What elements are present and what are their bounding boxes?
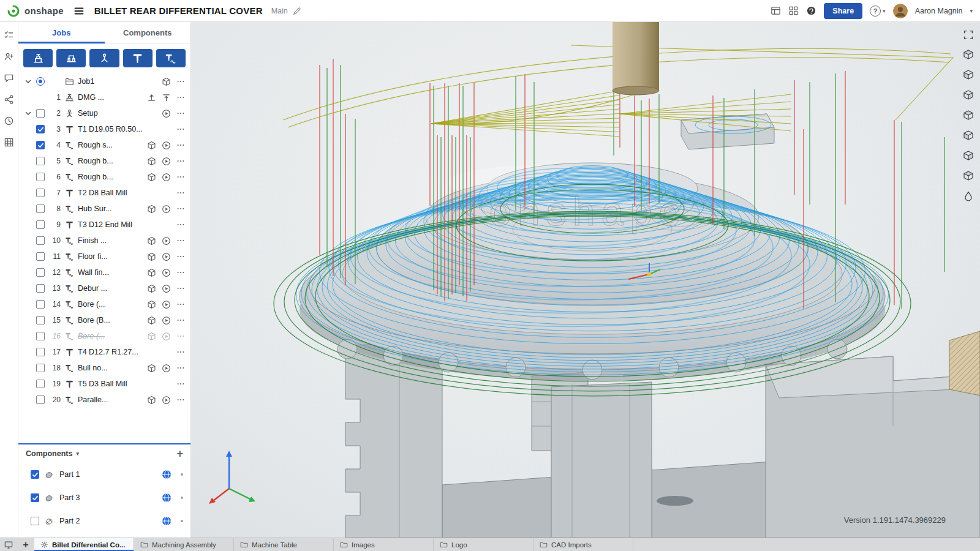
row-checkbox[interactable] — [36, 236, 45, 246]
doc-tab-billet-differential-co[interactable]: Billet Differential Co... — [34, 538, 134, 551]
components-header[interactable]: Components ▾ + — [18, 444, 190, 463]
in-context-globe-icon[interactable] — [162, 493, 172, 503]
post-process-button[interactable] — [146, 92, 156, 102]
feature-list-icon[interactable] — [2, 28, 16, 42]
row-checkbox[interactable] — [36, 363, 45, 373]
row-checkbox[interactable] — [36, 108, 45, 118]
tree-row-12[interactable]: 12Wall fin... — [18, 264, 190, 280]
more-options-button[interactable] — [176, 315, 186, 325]
row-checkbox[interactable] — [36, 283, 45, 293]
tree-row-18[interactable]: 18Bull no... — [18, 360, 190, 376]
play-button[interactable] — [161, 236, 171, 246]
more-options-button[interactable] — [176, 140, 186, 150]
history-icon[interactable] — [2, 114, 16, 127]
collaboration-panel-icon[interactable] — [771, 6, 781, 16]
expand-chevron-icon[interactable] — [23, 108, 33, 118]
row-checkbox[interactable] — [36, 331, 45, 341]
new-tab-button[interactable]: + — [17, 538, 34, 551]
more-options-button[interactable] — [176, 220, 186, 230]
doc-tab-machining-assembly[interactable]: Machining Assembly — [134, 538, 234, 551]
share-links-icon[interactable] — [2, 92, 16, 106]
insert-stock-button[interactable] — [56, 49, 86, 67]
row-checkbox[interactable] — [36, 156, 45, 166]
main-menu-button[interactable] — [74, 6, 85, 17]
part-row-part-1[interactable]: Part 1 — [18, 463, 190, 486]
play-button[interactable] — [161, 315, 171, 325]
more-options-button[interactable] — [176, 331, 186, 341]
tree-row-20[interactable]: 20Paralle... — [18, 392, 190, 408]
more-options-button[interactable] — [176, 347, 186, 357]
more-options-button[interactable] — [176, 236, 186, 246]
part-row-part-2[interactable]: Part 2 — [18, 509, 190, 533]
insert-tool-button[interactable] — [123, 49, 153, 67]
play-button[interactable] — [161, 395, 171, 405]
share-button[interactable]: Share — [824, 3, 862, 19]
tree-row-17[interactable]: 17T4 D12.7 R1.27... — [18, 344, 190, 360]
appearance-droplet-button[interactable] — [959, 187, 978, 206]
tables-icon[interactable] — [2, 135, 16, 149]
help-menu-button[interactable]: ? ▾ — [870, 6, 886, 17]
more-options-button[interactable] — [176, 172, 186, 182]
tree-row-job1[interactable]: Job1 — [18, 73, 190, 89]
part-checkbox[interactable] — [31, 517, 39, 525]
tree-row-15[interactable]: 15Bore (B... — [18, 312, 190, 328]
row-checkbox[interactable] — [36, 379, 45, 389]
tree-row-16[interactable]: 16Bore (... — [18, 328, 190, 344]
tree-row-5[interactable]: 5Rough b... — [18, 153, 190, 169]
workspace-label[interactable]: Main — [271, 7, 288, 15]
render-settings-icon[interactable] — [0, 538, 17, 551]
row-checkbox[interactable] — [36, 268, 45, 277]
expand-chevron-icon[interactable] — [23, 77, 33, 86]
follow-mode-icon[interactable] — [2, 50, 16, 63]
tree-row-2[interactable]: 2Setup — [18, 105, 190, 121]
more-options-button[interactable] — [176, 156, 186, 166]
row-checkbox[interactable] — [36, 220, 45, 230]
tree-row-11[interactable]: 11Floor fi... — [18, 249, 190, 264]
insert-probe-button[interactable] — [89, 49, 119, 67]
more-options-button[interactable] — [176, 188, 186, 198]
view-cube-button-6[interactable] — [959, 147, 978, 165]
play-button[interactable] — [161, 331, 171, 341]
more-options-button[interactable] — [176, 379, 186, 389]
play-button[interactable] — [161, 283, 171, 293]
view-cube-button-3[interactable] — [959, 86, 978, 105]
row-checkbox[interactable] — [36, 124, 45, 134]
play-button[interactable] — [161, 156, 171, 166]
export-button[interactable] — [161, 92, 171, 102]
play-button[interactable] — [161, 204, 171, 214]
more-options-button[interactable] — [176, 299, 186, 309]
view-cube-button-5[interactable] — [959, 127, 978, 145]
row-checkbox[interactable] — [36, 204, 45, 214]
view-cube-button-4[interactable] — [959, 107, 978, 125]
row-checkbox[interactable] — [36, 315, 45, 325]
play-button[interactable] — [161, 172, 171, 182]
doc-tab-logo[interactable]: Logo — [434, 538, 533, 551]
tree-row-14[interactable]: 14Bore (... — [18, 296, 190, 312]
in-context-globe-icon[interactable] — [162, 470, 172, 479]
tree-row-6[interactable]: 6Rough b... — [18, 169, 190, 185]
view-cube-button-1[interactable] — [959, 46, 978, 64]
viewport-3d-scene[interactable]: onshape — [191, 22, 980, 538]
user-menu-caret-icon[interactable]: ▾ — [970, 8, 973, 14]
active-job-radio[interactable] — [36, 77, 45, 86]
tree-row-1[interactable]: 1DMG ... — [18, 89, 190, 105]
tree-row-3[interactable]: 3T1 D19.05 R0.50... — [18, 121, 190, 137]
in-context-globe-icon[interactable] — [162, 516, 172, 526]
tree-row-19[interactable]: 19T5 D3 Ball Mill — [18, 376, 190, 392]
insert-machine-button[interactable] — [23, 49, 53, 67]
tab-jobs[interactable]: Jobs — [18, 22, 105, 43]
play-button[interactable] — [161, 363, 171, 373]
part-row-part-3[interactable]: Part 3 — [18, 486, 190, 509]
part-checkbox[interactable] — [31, 470, 39, 479]
user-avatar[interactable] — [893, 4, 908, 18]
more-options-button[interactable] — [176, 395, 186, 405]
graphics-viewport[interactable]: onshape — [191, 22, 980, 538]
more-options-button[interactable] — [176, 283, 186, 293]
tab-components[interactable]: Components — [105, 22, 191, 43]
onshape-logo-icon[interactable] — [7, 5, 20, 17]
more-options-button[interactable] — [176, 124, 186, 134]
tree-row-10[interactable]: 10Finish ... — [18, 233, 190, 249]
row-checkbox[interactable] — [36, 395, 45, 405]
comments-icon[interactable] — [2, 71, 16, 84]
row-checkbox[interactable] — [36, 188, 45, 198]
